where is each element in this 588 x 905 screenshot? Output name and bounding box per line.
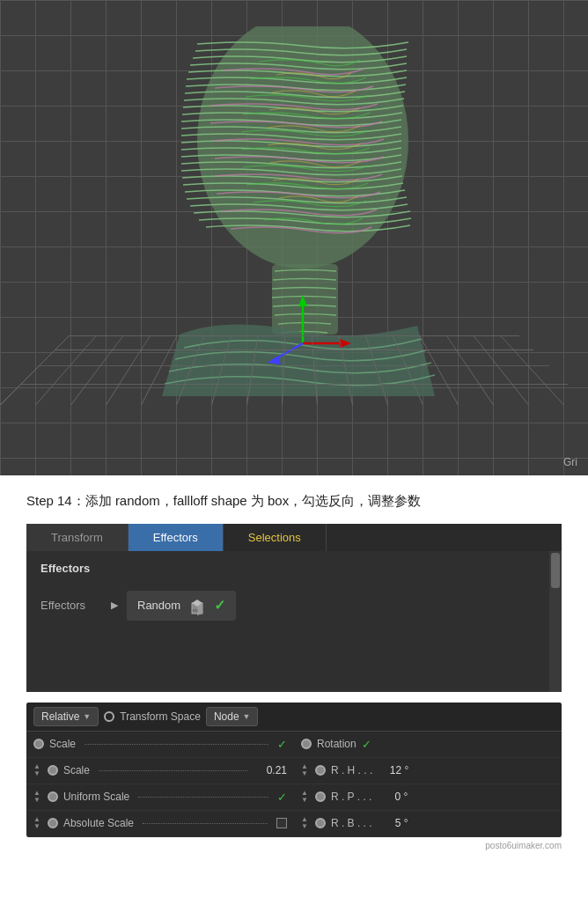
dotted-line-1 <box>85 744 268 745</box>
absolute-scale-label: Absolute Scale <box>63 817 134 829</box>
rb-radio[interactable] <box>315 818 326 828</box>
rh-value: 12 ° <box>378 764 408 776</box>
rb-row-right: ▲ ▼ R . B . . . 5 ° <box>294 811 562 837</box>
rh-stepper[interactable]: ▲ ▼ <box>301 763 308 777</box>
scale-value-2: 0.21 <box>256 764 287 776</box>
effectors-section-label: Effectors <box>40 562 548 575</box>
scroll-handle[interactable] <box>549 551 562 692</box>
rp-radio[interactable] <box>315 791 326 802</box>
rotation-label: Rotation <box>317 738 356 750</box>
dotted-line-4 <box>143 823 268 824</box>
absolute-scale-stepper[interactable]: ▲ ▼ <box>33 816 40 830</box>
stepper-down-icon[interactable]: ▼ <box>33 770 40 777</box>
rp-value: 0 ° <box>377 791 408 803</box>
node-dropdown[interactable]: Node ▼ <box>206 707 259 726</box>
node-dropdown-arrow-icon: ▼ <box>243 712 251 721</box>
transform-space-radio[interactable] <box>104 711 114 722</box>
absolute-scale-row-left: ▲ ▼ Absolute Scale <box>26 811 294 837</box>
rh-stepper-down-icon[interactable]: ▼ <box>301 770 308 777</box>
rh-radio[interactable] <box>315 765 326 776</box>
viewport-floor <box>0 335 588 405</box>
rp-stepper-down-icon[interactable]: ▼ <box>301 797 308 804</box>
uniform-stepper-down-icon[interactable]: ▼ <box>33 797 40 804</box>
scale-label-2: Scale <box>63 764 90 776</box>
rp-stepper[interactable]: ▲ ▼ <box>301 790 308 804</box>
scale-row-1-left: Scale ✓ <box>26 732 294 758</box>
effector-random-name: Random <box>137 599 180 612</box>
tab-effectors[interactable]: Effectors <box>129 524 224 551</box>
uniform-scale-check: ✓ <box>277 791 287 804</box>
params-top-row: Relative ▼ Transform Space Node ▼ <box>26 703 562 732</box>
relative-label: Relative <box>41 710 79 723</box>
params-panel: Relative ▼ Transform Space Node ▼ Scale … <box>26 703 562 837</box>
3d-viewport: Gri <box>0 0 588 475</box>
abs-stepper-down-icon[interactable]: ▼ <box>33 823 40 830</box>
uniform-scale-row-left: ▲ ▼ Uniform Scale ✓ <box>26 784 294 811</box>
dotted-line-3 <box>138 797 268 798</box>
scale-radio-1[interactable] <box>33 739 44 749</box>
relative-dropdown[interactable]: Relative ▼ <box>33 707 99 726</box>
effectors-panel: Effectors Effectors ▶ Random cc ✓ <box>26 551 562 692</box>
rb-stepper-down-icon[interactable]: ▼ <box>301 823 308 830</box>
rh-row-right: ▲ ▼ R . H . . . 12 ° <box>294 758 562 784</box>
rotation-check-1: ✓ <box>362 738 371 751</box>
node-label: Node <box>214 710 239 723</box>
rb-stepper[interactable]: ▲ ▼ <box>301 816 308 830</box>
watermark: posto6uimaker.com <box>0 837 588 854</box>
effector-checkmark: ✓ <box>214 597 225 614</box>
scale-check-1: ✓ <box>277 738 287 751</box>
transform-space-label: Transform Space <box>120 710 201 723</box>
absolute-scale-radio[interactable] <box>48 818 58 828</box>
dotted-line-2 <box>99 770 247 771</box>
params-grid: Scale ✓ Rotation ✓ ▲ ▼ Scale 0.21 ▲ ▼ <box>26 732 562 837</box>
grid-label: Gri <box>563 456 577 468</box>
tabs-row: Transform Effectors Selections <box>26 524 562 551</box>
effectors-key-label: Effectors <box>40 599 102 612</box>
uniform-scale-radio[interactable] <box>48 791 58 802</box>
absolute-scale-checkbox[interactable] <box>276 818 287 828</box>
tab-selections[interactable]: Selections <box>224 524 327 551</box>
step-instruction: Step 14：添加 random，fallloff shape 为 box，勾… <box>0 475 588 524</box>
dropdown-arrow-icon: ▼ <box>83 712 91 721</box>
uniform-scale-stepper[interactable]: ▲ ▼ <box>33 790 40 804</box>
effector-random-item[interactable]: Random cc ✓ <box>127 591 236 621</box>
svg-text:cc: cc <box>193 607 198 613</box>
effectors-expand-arrow[interactable]: ▶ <box>111 600 118 611</box>
cube-icon: cc <box>187 596 207 615</box>
rotation-row-1-right: Rotation ✓ <box>294 732 562 758</box>
scale-stepper[interactable]: ▲ ▼ <box>33 763 40 777</box>
rp-label: R . P . . . <box>331 791 371 803</box>
uniform-scale-label: Uniform Scale <box>63 791 129 803</box>
rh-label: R . H . . . <box>331 764 372 776</box>
rb-value: 5 ° <box>378 817 408 829</box>
scale-row-2-left: ▲ ▼ Scale 0.21 <box>26 758 294 784</box>
rp-row-right: ▲ ▼ R . P . . . 0 ° <box>294 784 562 811</box>
rb-label: R . B . . . <box>331 817 372 829</box>
scale-label-1: Scale <box>49 738 76 750</box>
effectors-row: Effectors ▶ Random cc ✓ <box>40 584 548 628</box>
scale-radio-2[interactable] <box>48 765 58 776</box>
rotation-radio-1[interactable] <box>301 739 312 749</box>
tab-transform[interactable]: Transform <box>26 524 129 551</box>
